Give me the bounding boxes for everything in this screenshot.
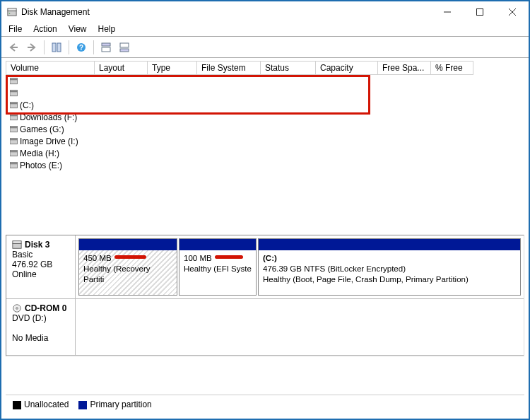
svg-rect-15 bbox=[10, 80, 18, 84]
volume-icon bbox=[10, 126, 18, 133]
svg-rect-17 bbox=[10, 92, 18, 96]
back-button[interactable] bbox=[6, 40, 21, 55]
table-row[interactable]: Photos (E:)SimpleBasicNTFSHealthy (P...4… bbox=[6, 159, 94, 171]
menu-view[interactable]: View bbox=[69, 24, 87, 35]
svg-rect-27 bbox=[10, 152, 18, 156]
window-title: Disk Management bbox=[21, 7, 90, 17]
table-row[interactable]: Image Drive (I:)SimpleBasicNTFSHealthy (… bbox=[6, 135, 94, 147]
menu-file[interactable]: File bbox=[8, 24, 22, 35]
column-header[interactable]: Volume bbox=[6, 62, 95, 75]
table-row[interactable]: Games (G:)SimpleBasicNTFSHealthy (P...12… bbox=[6, 123, 94, 135]
svg-point-34 bbox=[16, 308, 18, 310]
cdrom-label[interactable]: CD-ROM 0 DVD (D:) No Media bbox=[6, 299, 76, 355]
disk-3-label[interactable]: Disk 3 Basic 476.92 GB Online bbox=[6, 235, 76, 298]
maximize-button[interactable] bbox=[464, 1, 496, 23]
svg-rect-7 bbox=[52, 43, 56, 52]
table-row[interactable]: Downloads (F:)SimpleBasicNTFSHealthy (P.… bbox=[6, 111, 94, 123]
svg-rect-8 bbox=[57, 43, 61, 52]
volume-icon bbox=[10, 138, 18, 145]
svg-rect-30 bbox=[10, 163, 18, 164]
volume-icon bbox=[10, 150, 18, 157]
svg-rect-28 bbox=[10, 151, 18, 152]
graphical-view[interactable]: Disk 3 Basic 476.92 GB Online 450 MBHeal… bbox=[6, 235, 524, 356]
disk-icon bbox=[12, 240, 22, 250]
column-header[interactable]: Status bbox=[261, 62, 316, 75]
column-header[interactable]: Free Spa... bbox=[378, 62, 431, 75]
table-row[interactable]: SimpleBasicHealthy (E...100 MB100 MB100 … bbox=[6, 87, 94, 99]
view-bottom-button[interactable] bbox=[117, 40, 132, 55]
cd-icon bbox=[12, 303, 22, 313]
svg-rect-13 bbox=[120, 43, 129, 47]
redaction-annotation bbox=[114, 255, 146, 259]
svg-rect-16 bbox=[10, 78, 18, 80]
svg-rect-4 bbox=[477, 9, 483, 16]
disk-icon bbox=[7, 7, 17, 17]
svg-rect-19 bbox=[10, 104, 18, 108]
legend: Unallocated Primary partition bbox=[6, 395, 524, 414]
volume-icon bbox=[10, 114, 18, 121]
column-header[interactable]: Capacity bbox=[316, 62, 378, 75]
volume-icon bbox=[10, 78, 18, 85]
svg-rect-25 bbox=[10, 140, 18, 144]
svg-rect-1 bbox=[8, 8, 16, 11]
table-row[interactable]: Media (H:)SimpleBasicNTFSHealthy (P...51… bbox=[6, 147, 94, 159]
volume-list[interactable]: VolumeLayoutTypeFile SystemStatusCapacit… bbox=[1, 58, 529, 231]
svg-rect-26 bbox=[10, 139, 18, 140]
svg-rect-21 bbox=[10, 116, 18, 120]
svg-rect-31 bbox=[13, 243, 21, 248]
svg-rect-29 bbox=[10, 164, 18, 168]
table-row[interactable]: SimpleBasicHealthy (R...450 MB450 MB100 … bbox=[6, 75, 94, 87]
volume-icon bbox=[10, 162, 18, 169]
column-header[interactable]: Type bbox=[148, 62, 197, 75]
svg-point-2 bbox=[9, 13, 11, 14]
svg-rect-22 bbox=[10, 115, 18, 116]
svg-rect-18 bbox=[10, 91, 18, 92]
column-header[interactable]: File System bbox=[197, 62, 261, 75]
titlebar: Disk Management bbox=[1, 1, 529, 23]
volume-icon bbox=[10, 90, 18, 97]
column-header[interactable]: % Free bbox=[431, 62, 473, 75]
menu-action[interactable]: Action bbox=[33, 24, 57, 35]
layout-button[interactable] bbox=[49, 40, 64, 55]
close-button[interactable] bbox=[496, 1, 529, 23]
svg-rect-20 bbox=[10, 103, 18, 104]
svg-rect-24 bbox=[10, 127, 18, 128]
forward-button[interactable] bbox=[24, 40, 40, 55]
svg-rect-23 bbox=[10, 128, 18, 132]
toolbar: ? bbox=[1, 37, 529, 58]
svg-rect-32 bbox=[13, 241, 21, 244]
partition-c[interactable]: (C:)476.39 GB NTFS (BitLocker Encrypted)… bbox=[258, 238, 521, 296]
table-row[interactable]: (C:)SimpleBasicNTFS (BitL...Healthy (B..… bbox=[6, 99, 94, 111]
view-top-button[interactable] bbox=[98, 40, 114, 55]
volume-icon bbox=[10, 102, 18, 109]
minimize-button[interactable] bbox=[431, 1, 464, 23]
svg-text:?: ? bbox=[79, 44, 83, 52]
partition-recovery[interactable]: 450 MBHealthy (Recovery Partiti bbox=[78, 238, 177, 296]
partition-efi[interactable]: 100 MBHealthy (EFI Syste bbox=[179, 238, 257, 296]
svg-rect-12 bbox=[102, 47, 110, 52]
menu-help[interactable]: Help bbox=[98, 24, 116, 35]
redaction-annotation bbox=[215, 255, 243, 259]
svg-rect-14 bbox=[120, 49, 129, 52]
help-button[interactable]: ? bbox=[73, 40, 89, 55]
column-header[interactable]: Layout bbox=[95, 62, 148, 75]
svg-rect-11 bbox=[102, 43, 110, 46]
menubar: File Action View Help bbox=[1, 23, 529, 37]
